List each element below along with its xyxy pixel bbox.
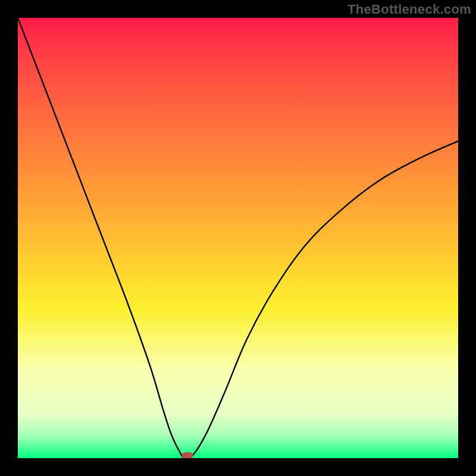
watermark-text: TheBottleneck.com <box>347 2 471 17</box>
bottleneck-curve <box>18 18 458 458</box>
chart-stage: TheBottleneck.com <box>0 0 476 476</box>
optimal-point-marker <box>182 452 193 458</box>
plot-area <box>18 18 458 458</box>
